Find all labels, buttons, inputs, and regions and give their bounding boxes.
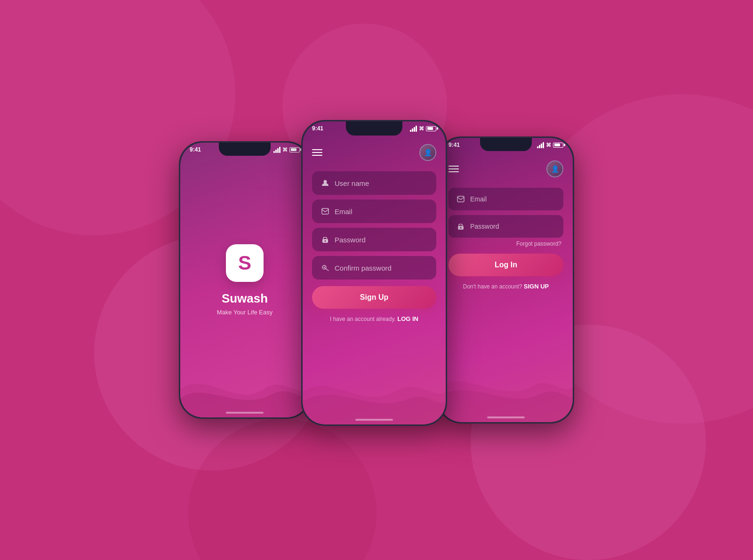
home-indicator-1 bbox=[226, 412, 264, 414]
splash-wave-decoration bbox=[180, 361, 309, 417]
login-bottom-text: Don't have an account? SIGN UP bbox=[449, 283, 563, 290]
svg-point-5 bbox=[324, 267, 325, 268]
status-icons-2: ⌘ bbox=[410, 126, 436, 132]
svg-point-3 bbox=[325, 240, 326, 242]
battery-icon-1 bbox=[289, 147, 300, 152]
email-field-signup[interactable]: Email bbox=[312, 200, 436, 223]
signup-button[interactable]: Sign Up bbox=[312, 286, 436, 309]
status-time-2: 9:41 bbox=[312, 125, 323, 132]
wifi-icon-2: ⌘ bbox=[419, 126, 424, 132]
avatar-image-3: 👤 bbox=[547, 161, 562, 176]
battery-icon-3 bbox=[553, 143, 563, 148]
password-field-signup[interactable]: Password bbox=[312, 228, 436, 251]
home-indicator-3 bbox=[487, 416, 525, 418]
avatar-2[interactable]: 👤 bbox=[419, 144, 436, 161]
notch-3 bbox=[480, 138, 532, 151]
notch-1 bbox=[219, 143, 271, 156]
status-icons-1: ⌘ bbox=[273, 147, 300, 153]
signal-bars-3 bbox=[537, 142, 544, 148]
logo-letter: S bbox=[238, 252, 251, 274]
login-screen: 9:41 ⌘ bbox=[439, 138, 573, 422]
status-time-3: 9:41 bbox=[449, 142, 460, 148]
app-logo: S bbox=[226, 244, 264, 282]
phone-splash: 9:41 ⌘ bbox=[179, 141, 311, 419]
phone-signup: 9:41 ⌘ bbox=[301, 120, 447, 426]
app-tagline: Make Your Life Easy bbox=[217, 309, 273, 316]
signup-link[interactable]: SIGN UP bbox=[524, 283, 549, 290]
email-placeholder-login: Email bbox=[470, 195, 487, 203]
avatar-3[interactable]: 👤 bbox=[546, 160, 563, 177]
status-time-1: 9:41 bbox=[190, 146, 201, 153]
wifi-icon-3: ⌘ bbox=[546, 142, 551, 148]
forgot-password-link[interactable]: Forgot password? bbox=[449, 240, 563, 247]
email-field-login[interactable]: Email bbox=[449, 188, 563, 210]
login-header: 👤 bbox=[439, 157, 573, 183]
email-placeholder-signup: Email bbox=[335, 208, 352, 216]
signal-bars-1 bbox=[273, 147, 280, 153]
lock-icon-login bbox=[456, 222, 465, 231]
phones-container: 9:41 ⌘ bbox=[179, 134, 574, 426]
signup-header: 👤 bbox=[303, 140, 446, 167]
svg-rect-6 bbox=[457, 196, 464, 202]
hamburger-menu-2[interactable] bbox=[312, 149, 322, 156]
svg-rect-1 bbox=[322, 208, 328, 214]
email-icon-login bbox=[456, 194, 465, 204]
user-icon bbox=[320, 178, 330, 188]
signup-bottom-text: I have an account already. LOG IN bbox=[312, 315, 436, 322]
key-icon-signup bbox=[320, 263, 330, 272]
username-placeholder: User name bbox=[335, 179, 369, 187]
svg-point-8 bbox=[460, 227, 462, 229]
signup-screen: 9:41 ⌘ bbox=[303, 121, 446, 424]
app-name: Suwash bbox=[222, 291, 268, 306]
splash-screen: 9:41 ⌘ bbox=[180, 143, 309, 417]
signup-content: User name Email bbox=[303, 167, 446, 424]
lock-icon-signup bbox=[320, 235, 330, 244]
notch-2 bbox=[346, 121, 402, 136]
email-icon-signup bbox=[320, 207, 330, 216]
status-icons-3: ⌘ bbox=[537, 142, 563, 148]
username-field[interactable]: User name bbox=[312, 171, 436, 195]
home-indicator-2 bbox=[355, 419, 393, 421]
confirm-password-field[interactable]: Confirm password bbox=[312, 256, 436, 280]
password-field-login[interactable]: Password bbox=[449, 215, 563, 238]
confirm-password-placeholder: Confirm password bbox=[335, 264, 392, 272]
login-button[interactable]: Log In bbox=[449, 254, 563, 276]
phone-login: 9:41 ⌘ bbox=[438, 136, 574, 424]
avatar-image-2: 👤 bbox=[420, 145, 435, 160]
hamburger-menu-3[interactable] bbox=[449, 166, 459, 172]
signal-bars-2 bbox=[410, 126, 417, 132]
wifi-icon-1: ⌘ bbox=[282, 147, 288, 153]
password-placeholder-signup: Password bbox=[335, 236, 366, 244]
login-content: Email Password bbox=[439, 183, 573, 422]
battery-icon-2 bbox=[426, 126, 436, 131]
svg-point-0 bbox=[324, 180, 327, 184]
password-placeholder-login: Password bbox=[470, 223, 499, 230]
login-link[interactable]: LOG IN bbox=[397, 315, 418, 322]
